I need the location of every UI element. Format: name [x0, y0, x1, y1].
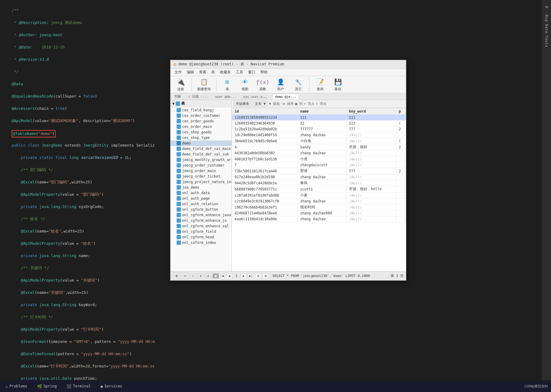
tree-item-jeecg-monthly[interactable]: jeecg_monthly_growth_ar [170, 157, 231, 163]
menu-help[interactable]: 帮助 [258, 69, 270, 75]
table-row[interactable]: d24668721446e8478ee6zhang daihao999(Null… [232, 210, 406, 216]
table-row[interactable]: 126093540234636493022222( [232, 121, 406, 126]
grid-view-btn[interactable]: ⊞ [262, 273, 269, 279]
tree-item-onl-cgform-head[interactable]: onl_cgform_head [170, 234, 231, 240]
tree-item-onl-auth-relation[interactable]: onl_auth_relation [170, 201, 231, 207]
tree-item-ces-order-customer[interactable]: ces_order_customer [170, 113, 231, 118]
settings-btn[interactable]: ⚙ [255, 273, 261, 279]
toolbar-connect-btn[interactable]: 🔌 连接 [173, 76, 188, 93]
tree-item-ces-field-kongj[interactable]: ces_field_kongj [170, 107, 231, 113]
menu-favorites[interactable]: 收藏夹 [217, 69, 233, 75]
add-row-btn[interactable]: + [173, 272, 180, 279]
table-row[interactable]: c28fa8391ef81d6fabd8b小麦(Null) [232, 192, 406, 198]
col-name: name [297, 108, 346, 115]
tree-item-jeecg-project[interactable]: jeecg_project_nature_inco [170, 179, 231, 185]
tab-demo[interactable]: demo @je... [272, 94, 299, 99]
import-label[interactable]: ⬆ 导入 [304, 102, 315, 106]
tree-item-demo[interactable]: demo [170, 140, 231, 146]
bottom-tab-problems[interactable]: ⚠ Problems [3, 383, 30, 390]
menu-file[interactable]: 文件 [172, 69, 184, 75]
table-row[interactable]: c96279c666b4b82e3ef1报名时间(Null) [232, 204, 406, 210]
toolbar-other-btn[interactable]: 🔧 其它 [291, 76, 306, 93]
tab-sticky[interactable]: ◁ 沾题 -... [185, 94, 211, 100]
toolbar-query-btn[interactable]: 📝 查询 [312, 76, 328, 93]
tree-item-demo-field-main[interactable]: demo_field_def_val_main [170, 146, 231, 152]
toolbar-user-btn[interactable]: 👤 用户 [273, 76, 288, 93]
tree-header[interactable]: ▼ 表 [170, 100, 231, 107]
navicat-tabs: 对象 ◁ 沾题 -... user @de... sys_user_a... d… [170, 93, 406, 100]
table-row[interactable]: 1dc29e80be14d1400f16zhang daihao(Null) [232, 132, 406, 138]
table-row[interactable]: 4Sandy开源，很好2 [232, 144, 406, 150]
tree-item-jeecg-order-customer[interactable]: jeecg_order_customer [170, 163, 231, 168]
cell-name: 秦风 [297, 180, 346, 186]
tree-item-ces-order-goods[interactable]: ces_order_goods [170, 118, 231, 124]
tree-item-jeecg-order-ticket[interactable]: jeecg_order_ticket [170, 174, 231, 179]
tree-item-jeecg-order-main[interactable]: jeecg_order_main [170, 168, 231, 174]
cancel-btn[interactable]: ✕ [197, 273, 204, 279]
table-row[interactable]: c2c0d49e3c01913067cf8zhang daihao(Null) [232, 198, 406, 204]
grid-btn[interactable]: ▣ [212, 273, 219, 279]
cell-extra [396, 210, 406, 216]
refresh-btn[interactable]: ↺ [205, 273, 212, 279]
cell-extra [396, 156, 406, 162]
text-btn[interactable]: 文本 ▼ [253, 101, 268, 107]
next-page-btn[interactable]: ▶ [240, 273, 247, 279]
toolbar-function-btn[interactable]: ƒ(x) 函数 [255, 76, 270, 93]
tree-item-onl-cgform-enhance-java[interactable]: onl_cgform_enhance_java [170, 212, 231, 218]
column-label[interactable]: ▦ 列 [295, 102, 302, 106]
tab-sys-user[interactable]: sys_user_a... [240, 94, 271, 99]
bottom-tab-services[interactable]: ◉ Services [98, 383, 125, 390]
tree-item-joa-demo[interactable]: joa_demo [170, 185, 231, 190]
toolbar-backup-btn[interactable]: 💾 备份 [330, 76, 346, 93]
menu-tools[interactable]: 工具 [233, 69, 246, 75]
begin-transaction-btn[interactable]: 开始事务 [234, 101, 251, 107]
delete-row-btn[interactable]: − [182, 272, 189, 279]
bottom-tab-terminal[interactable]: ⬛ Terminal [64, 383, 93, 390]
cell-name: 22 [297, 121, 346, 126]
table-row[interactable]: 304e651dc769d5c9b6e6小白兔(Null)( [232, 138, 406, 144]
toolbar-view-btn[interactable]: 👁 视图 [237, 76, 253, 93]
toolbar-table-btn[interactable]: ⊞ 表 [220, 76, 235, 93]
tree-item-onl-cgform-enhance-sql[interactable]: onl_cgform_enhance_sql [170, 223, 231, 229]
table-row[interactable]: 4981637bf71b0c1ed136小虎(Null) [232, 156, 406, 162]
tree-item-onl-cgform-field[interactable]: onl_cgform_field [170, 229, 231, 234]
table-row[interactable]: eaa6c1116b41dc10a94ezhang daihao(Null) [232, 216, 406, 222]
first-page-btn[interactable]: |◀ [219, 273, 225, 279]
table-row[interactable]: b68897900c770503771cscott1开源、很好、hello [232, 186, 406, 192]
table-row[interactable]: 73bc58611012617ca446郭请7772 [232, 168, 406, 174]
right-tab-d[interactable]: D [543, 3, 550, 12]
menu-view[interactable]: 查看 [197, 69, 209, 75]
confirm-btn[interactable]: ✓ [190, 273, 196, 279]
bottom-tab-spring[interactable]: 🌿 Spring [35, 383, 59, 390]
menu-edit[interactable]: 编辑 [184, 69, 197, 75]
tree-item-onl-cgform-button[interactable]: onl_cgform_button [170, 207, 231, 212]
table-row[interactable]: 1c2ba51b29a42d9de02b7777777772 [232, 126, 406, 132]
prev-page-btn[interactable]: ◀ [226, 273, 232, 279]
tree-item-onl-caform-index[interactable]: onl_caform_index [170, 240, 231, 245]
tree-item-ces-order-main[interactable]: ces_order_main [170, 124, 231, 129]
table-row[interactable]: 7zhangdaiscott(Null) [232, 162, 406, 168]
cell-id: eaa6c1116b41dc10a94e [232, 216, 298, 222]
tree-item-ces-shop-type[interactable]: ces_shop_type [170, 135, 231, 140]
tree-item-onl-auth-data[interactable]: onl_auth_data [170, 190, 231, 196]
tree-item-onl-auth-page[interactable]: onl_auth_page [170, 196, 231, 201]
table-row[interactable]: 94420c5d8fc4420dde1e秦风(Null) [232, 180, 406, 186]
tab-user[interactable]: user @de... [212, 94, 239, 99]
table-row[interactable]: 917e240eaa0b1b2d198zhang daihao(Null) [232, 174, 406, 180]
export-label[interactable]: ⬇ 导出 [316, 102, 327, 106]
table-row[interactable]: 4436302a0de50bb8302zhang daihao(Null) [232, 150, 406, 156]
menu-window[interactable]: 窗口 [246, 69, 258, 75]
menu-table[interactable]: 表 [209, 69, 217, 75]
sort-label[interactable]: :≡ 排序 [281, 102, 294, 106]
toolbar-sep-1 [191, 78, 192, 91]
tree-item-ces-shop-goods[interactable]: ces_shop_goods [170, 129, 231, 135]
tab-object[interactable]: 对象 [172, 94, 184, 100]
last-page-btn[interactable]: ▶| [248, 273, 254, 279]
function-label: 函数 [259, 87, 266, 91]
tree-item-demo-field-sub[interactable]: demo_field_def_val_sub [170, 152, 231, 157]
toolbar-new-query-btn[interactable]: 📋 新建查询 [195, 76, 213, 93]
tree-item-onl-cgform-enhance-js[interactable]: onl_cgform_enhance_js [170, 218, 231, 223]
table-row[interactable]: 12609353850490552234111111 [232, 115, 406, 121]
right-tab-big-data[interactable]: Big Data Tools [543, 12, 550, 51]
cell-name: Sandy [297, 144, 346, 150]
